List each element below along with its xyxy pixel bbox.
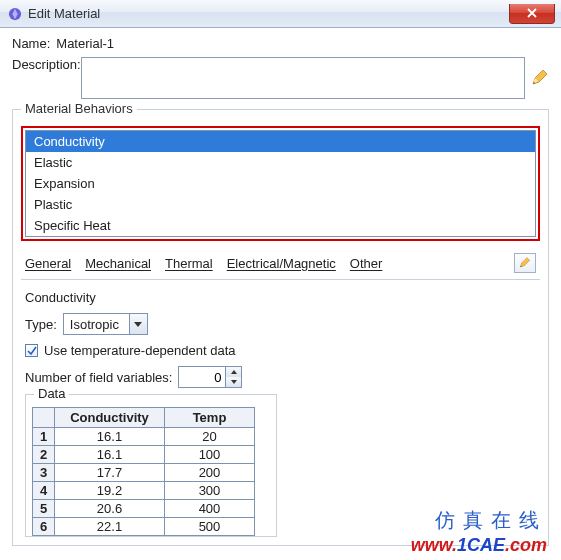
data-group: Data Conductivity Temp 116.120 216.1100 … xyxy=(25,394,277,537)
behavior-item-specific-heat[interactable]: Specific Heat xyxy=(26,215,535,236)
titlebar: Edit Material xyxy=(0,0,561,28)
type-label: Type: xyxy=(25,317,57,332)
behavior-item-expansion[interactable]: Expansion xyxy=(26,173,535,194)
type-dropdown[interactable]: Isotropic xyxy=(63,313,148,335)
spin-up-button[interactable] xyxy=(226,367,241,377)
col-conductivity[interactable]: Conductivity xyxy=(55,408,165,428)
name-value: Material-1 xyxy=(56,36,114,51)
use-temp-checkbox[interactable] xyxy=(25,344,38,357)
table-row: 317.7200 xyxy=(33,464,255,482)
table-row: 622.1500 xyxy=(33,518,255,536)
menu-general[interactable]: General xyxy=(25,256,71,271)
data-table[interactable]: Conductivity Temp 116.120 216.1100 317.7… xyxy=(32,407,255,536)
check-icon xyxy=(27,346,37,356)
description-label: Description: xyxy=(12,57,81,72)
menu-electrical[interactable]: Electrical/Magnetic xyxy=(227,256,336,271)
pencil-icon[interactable] xyxy=(531,69,549,87)
behavior-item-conductivity[interactable]: Conductivity xyxy=(26,131,535,152)
pencil-icon xyxy=(519,257,531,269)
field-vars-input[interactable] xyxy=(179,367,225,387)
table-row: 116.120 xyxy=(33,428,255,446)
spin-down-button[interactable] xyxy=(226,377,241,387)
menu-thermal[interactable]: Thermal xyxy=(165,256,213,271)
chevron-down-icon xyxy=(231,380,237,384)
chevron-up-icon xyxy=(231,370,237,374)
close-icon xyxy=(527,8,537,18)
behaviors-list[interactable]: Conductivity Elastic Expansion Plastic S… xyxy=(25,130,536,237)
behavior-item-elastic[interactable]: Elastic xyxy=(26,152,535,173)
window-title: Edit Material xyxy=(28,6,100,21)
field-vars-spinner[interactable] xyxy=(178,366,242,388)
use-temp-label: Use temperature-dependent data xyxy=(44,343,236,358)
watermark-url: www.1CAE.com xyxy=(411,535,547,556)
edit-behavior-button[interactable] xyxy=(514,253,536,273)
behaviors-legend: Material Behaviors xyxy=(21,101,137,116)
col-temp[interactable]: Temp xyxy=(165,408,255,428)
section-title-conductivity: Conductivity xyxy=(25,290,540,305)
menu-mechanical[interactable]: Mechanical xyxy=(85,256,151,271)
behaviors-highlight: Conductivity Elastic Expansion Plastic S… xyxy=(21,126,540,241)
dropdown-button[interactable] xyxy=(129,314,147,334)
material-behaviors-group: Material Behaviors Conductivity Elastic … xyxy=(12,109,549,546)
field-vars-label: Number of field variables: xyxy=(25,370,172,385)
table-row: 216.1100 xyxy=(33,446,255,464)
description-input[interactable] xyxy=(81,57,525,99)
table-row: 520.6400 xyxy=(33,500,255,518)
name-label: Name: xyxy=(12,36,50,51)
data-legend: Data xyxy=(34,386,69,401)
watermark-cn: 仿真在线 xyxy=(435,507,547,534)
close-button[interactable] xyxy=(509,4,555,24)
chevron-down-icon xyxy=(134,322,142,327)
app-icon xyxy=(8,7,22,21)
behavior-item-plastic[interactable]: Plastic xyxy=(26,194,535,215)
table-row: 419.2300 xyxy=(33,482,255,500)
material-menu-bar: General Mechanical Thermal Electrical/Ma… xyxy=(21,249,540,280)
type-value: Isotropic xyxy=(64,317,129,332)
menu-other[interactable]: Other xyxy=(350,256,383,271)
